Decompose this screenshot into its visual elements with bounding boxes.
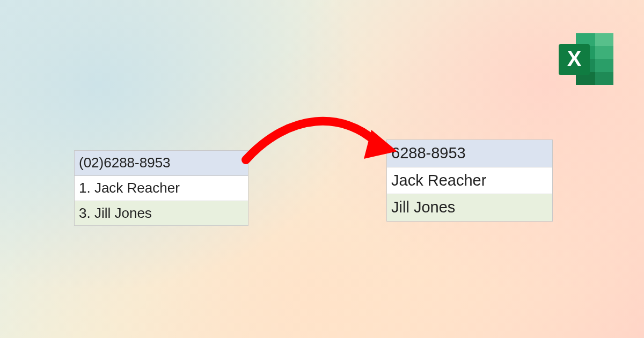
cell[interactable]: 3. Jill Jones [75,201,248,226]
source-table: (02)6288-8953 1. Jack Reacher 3. Jill Jo… [74,150,248,226]
cell[interactable]: Jack Reacher [387,167,553,194]
table-row[interactable]: 3. Jill Jones [75,201,248,226]
table-row[interactable]: 1. Jack Reacher [75,175,248,201]
cell[interactable]: (02)6288-8953 [75,151,248,176]
cell[interactable]: 1. Jack Reacher [75,175,248,201]
table-row[interactable]: (02)6288-8953 [75,151,248,176]
result-table: 6288-8953 Jack Reacher Jill Jones [386,139,553,222]
svg-rect-4 [595,33,613,46]
table-row[interactable]: Jack Reacher [387,167,553,194]
table-row[interactable]: 6288-8953 [387,140,553,167]
arrow-icon [236,113,402,172]
svg-text:X: X [567,47,582,70]
cell[interactable]: 6288-8953 [387,140,553,167]
svg-rect-5 [595,46,613,59]
table-row[interactable]: Jill Jones [387,194,553,222]
svg-rect-6 [595,59,613,72]
cell[interactable]: Jill Jones [387,194,553,222]
svg-rect-7 [595,72,613,85]
excel-icon: X [555,32,614,86]
